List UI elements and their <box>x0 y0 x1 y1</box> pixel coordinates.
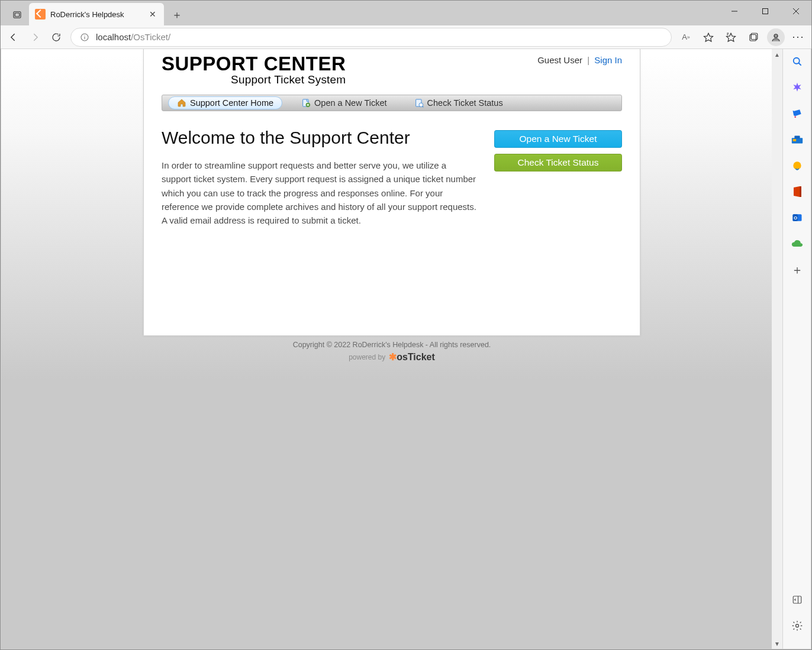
favorite-button[interactable] <box>698 27 719 48</box>
reload-button[interactable] <box>46 27 67 48</box>
intro-text: In order to streamline support requests … <box>162 159 478 227</box>
tab-title: RoDerrick's Helpdesk <box>50 10 147 19</box>
browser-window: RoDerrick's Helpdesk ✕ ＋ localhost/OsTic… <box>0 0 812 650</box>
svg-point-15 <box>774 34 778 37</box>
logo-subtitle: Support Ticket System <box>162 73 346 86</box>
powered-by[interactable]: powered by ✱osTicket <box>1 351 782 363</box>
titlebar: RoDerrick's Helpdesk ✕ ＋ <box>1 1 811 25</box>
sidebar-search-icon[interactable] <box>790 54 805 69</box>
nav-bar: Support Center Home Open a New Ticket Ch… <box>162 95 622 111</box>
sidebar-games-icon[interactable] <box>790 158 805 173</box>
svg-point-29 <box>793 161 801 169</box>
check-status-button[interactable]: Check Ticket Status <box>494 154 622 172</box>
sidebar-hide-button[interactable] <box>790 592 805 607</box>
page-title: Welcome to the Support Center <box>162 128 478 148</box>
user-box: Guest User | Sign In <box>537 54 622 65</box>
svg-point-8 <box>84 35 85 35</box>
browser-tab[interactable]: RoDerrick's Helpdesk ✕ <box>29 3 164 25</box>
content-left: Welcome to the Support Center In order t… <box>162 128 478 227</box>
svg-line-22 <box>422 106 423 108</box>
page-viewport: SUPPORT CENTER Support Ticket System Gue… <box>1 49 782 649</box>
svg-rect-27 <box>794 136 800 139</box>
profile-button[interactable] <box>765 27 787 48</box>
forward-button[interactable] <box>24 27 46 48</box>
new-ticket-icon <box>301 98 311 108</box>
content-right: Open a New Ticket Check Ticket Status <box>494 128 622 227</box>
nav-home-label: Support Center Home <box>190 98 273 108</box>
back-button[interactable] <box>3 27 24 48</box>
minimize-button[interactable] <box>719 1 750 22</box>
sidebar-settings-button[interactable] <box>790 618 805 633</box>
tab-strip: RoDerrick's Helpdesk ✕ ＋ <box>1 1 186 25</box>
site-logo[interactable]: SUPPORT CENTER Support Ticket System <box>162 54 346 86</box>
read-aloud-button[interactable]: A» <box>675 27 697 48</box>
site-info-icon[interactable] <box>78 31 91 44</box>
svg-point-36 <box>795 625 798 628</box>
open-ticket-button[interactable]: Open a New Ticket <box>494 130 622 148</box>
new-tab-button[interactable]: ＋ <box>167 5 186 24</box>
tab-close-button[interactable]: ✕ <box>147 9 158 20</box>
svg-rect-30 <box>800 186 801 197</box>
edge-sidebar: O ＋ <box>782 49 811 649</box>
osticket-logo-icon: ✱osTicket <box>389 351 435 363</box>
nav-status-label: Check Ticket Status <box>427 98 503 108</box>
footer: Copyright © 2022 RoDerrick's Helpdesk - … <box>1 341 782 363</box>
page-container: SUPPORT CENTER Support Ticket System Gue… <box>143 49 640 336</box>
sidebar-tools-icon[interactable] <box>790 132 805 147</box>
svg-point-23 <box>793 58 799 64</box>
logo-title: SUPPORT CENTER <box>162 54 346 73</box>
svg-point-25 <box>794 117 796 118</box>
sidebar-drive-icon[interactable] <box>790 236 805 251</box>
svg-rect-13 <box>750 34 756 41</box>
nav-open-label: Open a New Ticket <box>314 98 387 108</box>
separator-text: | <box>587 55 589 65</box>
tab-actions-button[interactable] <box>8 5 27 24</box>
home-icon <box>177 98 186 108</box>
close-window-button[interactable] <box>781 1 811 22</box>
toolbar-right: A» ··· <box>675 27 809 48</box>
nav-check-status[interactable]: Check Ticket Status <box>406 97 511 109</box>
page-header: SUPPORT CENTER Support Ticket System Gue… <box>162 49 622 86</box>
tab-favicon-icon <box>35 9 46 20</box>
powered-by-label: powered by <box>349 353 385 361</box>
collections-button[interactable] <box>743 27 764 48</box>
sidebar-discover-icon[interactable] <box>790 80 805 95</box>
sidebar-shopping-icon[interactable] <box>790 106 805 121</box>
sign-in-link[interactable]: Sign In <box>594 55 622 65</box>
sidebar-outlook-icon[interactable]: O <box>790 210 805 225</box>
svg-rect-1 <box>15 13 20 17</box>
scroll-up-button[interactable]: ▲ <box>772 49 782 60</box>
vertical-scrollbar[interactable]: ▲ ▼ <box>772 49 782 649</box>
scroll-down-button[interactable]: ▼ <box>772 638 782 649</box>
sidebar-add-button[interactable]: ＋ <box>790 262 805 277</box>
guest-user-label: Guest User <box>537 55 582 65</box>
browser-toolbar: localhost/OsTicket/ A» ··· <box>1 25 811 49</box>
nav-home[interactable]: Support Center Home <box>168 96 282 109</box>
sidebar-office-icon[interactable] <box>790 184 805 199</box>
address-bar[interactable]: localhost/OsTicket/ <box>70 28 672 47</box>
status-icon <box>414 98 424 108</box>
svg-line-24 <box>798 63 801 66</box>
svg-text:O: O <box>794 215 797 221</box>
svg-marker-9 <box>704 33 713 41</box>
svg-rect-3 <box>763 9 768 14</box>
svg-rect-28 <box>792 139 796 141</box>
favorites-bar-button[interactable] <box>720 27 742 48</box>
copyright-text: Copyright © 2022 RoDerrick's Helpdesk - … <box>1 341 782 349</box>
menu-button[interactable]: ··· <box>788 27 809 48</box>
main-content: Welcome to the Support Center In order t… <box>162 111 622 256</box>
maximize-button[interactable] <box>750 1 781 22</box>
nav-open-ticket[interactable]: Open a New Ticket <box>293 97 395 109</box>
url-text: localhost/OsTicket/ <box>96 32 170 42</box>
window-controls <box>719 1 811 25</box>
svg-rect-14 <box>751 33 758 40</box>
